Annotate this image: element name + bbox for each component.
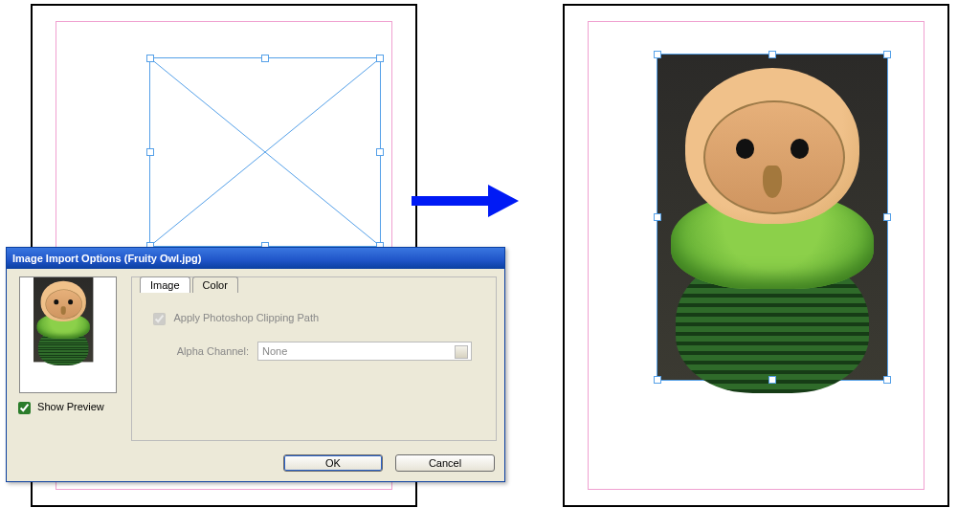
apply-clipping-checkbox — [153, 313, 166, 325]
dialog-titlebar[interactable]: Image Import Options (Fruity Owl.jpg) — [7, 248, 504, 269]
cancel-button[interactable]: Cancel — [395, 454, 495, 472]
placed-owl-image — [657, 55, 887, 380]
options-panel: Image Color Apply Photoshop Clipping Pat… — [131, 276, 497, 441]
tab-color[interactable]: Color — [192, 276, 238, 293]
resize-handle[interactable] — [883, 376, 891, 384]
document-page-after — [563, 4, 949, 507]
show-preview-label: Show Preview — [37, 401, 104, 412]
frame-placeholder-x — [150, 58, 380, 246]
resize-handle[interactable] — [654, 376, 661, 384]
resize-handle[interactable] — [768, 376, 776, 384]
resize-handle[interactable] — [883, 51, 891, 58]
image-import-options-dialog: Image Import Options (Fruity Owl.jpg) — [6, 247, 505, 482]
resize-handle[interactable] — [768, 51, 776, 58]
show-preview-checkbox[interactable]: Show Preview — [14, 401, 104, 412]
resize-handle[interactable] — [261, 55, 269, 62]
ok-button[interactable]: OK — [283, 454, 383, 472]
preview-thumbnail — [19, 276, 117, 393]
resize-handle[interactable] — [376, 148, 384, 156]
chevron-down-icon — [457, 349, 465, 354]
resize-handle[interactable] — [654, 51, 661, 58]
resize-handle[interactable] — [883, 213, 891, 221]
tab-image[interactable]: Image — [140, 276, 190, 293]
alpha-channel-select: None — [257, 342, 472, 361]
resize-handle[interactable] — [376, 55, 384, 62]
resize-handle[interactable] — [146, 148, 154, 156]
show-preview-input[interactable] — [18, 402, 31, 414]
apply-clipping-label: Apply Photoshop Clipping Path — [173, 312, 319, 323]
arrow-icon — [412, 187, 522, 215]
placed-image-frame[interactable] — [657, 54, 888, 381]
empty-image-frame[interactable] — [149, 57, 381, 247]
resize-handle[interactable] — [146, 55, 154, 62]
resize-handle[interactable] — [654, 213, 661, 221]
alpha-channel-value: None — [262, 345, 287, 357]
alpha-channel-label: Alpha Channel: — [161, 345, 249, 357]
